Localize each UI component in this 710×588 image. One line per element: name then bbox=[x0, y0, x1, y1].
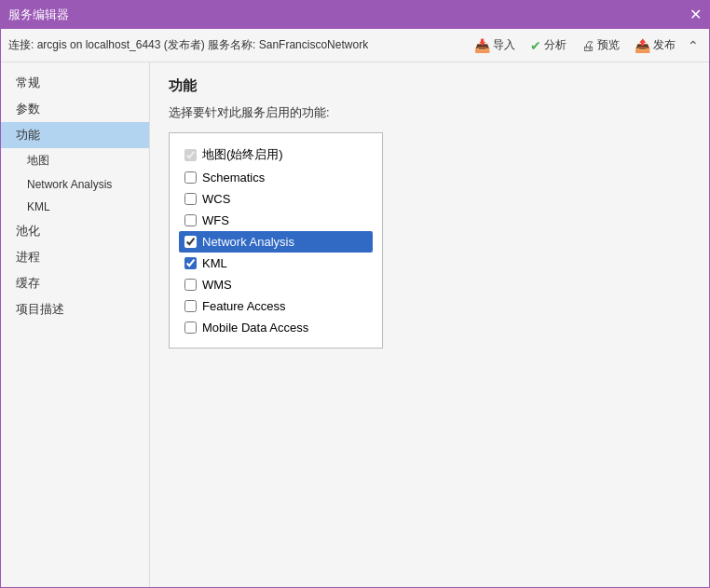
feature-item-map[interactable]: 地图(始终启用) bbox=[183, 143, 369, 167]
import-button[interactable]: 📥 导入 bbox=[469, 34, 521, 56]
feature-label-feature-access: Feature Access bbox=[202, 299, 286, 313]
feature-label-wfs: WFS bbox=[202, 213, 229, 227]
features-box: 地图(始终启用)SchematicsWCSWFSNetwork Analysis… bbox=[169, 132, 383, 349]
main-window: 服务编辑器 ✕ 连接: arcgis on localhost_6443 (发布… bbox=[0, 0, 710, 588]
preview-icon: 🖨 bbox=[581, 38, 594, 53]
feature-checkbox-map[interactable] bbox=[184, 149, 197, 161]
feature-label-map: 地图(始终启用) bbox=[202, 146, 283, 163]
publish-button[interactable]: 📤 发布 bbox=[629, 34, 681, 56]
publish-label: 发布 bbox=[653, 37, 676, 53]
expand-button[interactable]: ⌃ bbox=[685, 35, 702, 56]
sidebar-item-pooling[interactable]: 池化 bbox=[1, 218, 149, 244]
feature-item-wcs[interactable]: WCS bbox=[183, 188, 369, 210]
sidebar-item-project-desc[interactable]: 项目描述 bbox=[1, 296, 149, 322]
feature-label-schematics: Schematics bbox=[202, 171, 265, 185]
sidebar-item-general[interactable]: 常规 bbox=[1, 70, 149, 96]
feature-checkbox-feature-access[interactable] bbox=[184, 300, 197, 312]
sidebar-item-capability[interactable]: 功能 bbox=[1, 122, 149, 148]
window-title: 服务编辑器 bbox=[8, 7, 69, 23]
publish-icon: 📤 bbox=[635, 38, 650, 53]
feature-item-wms[interactable]: WMS bbox=[183, 274, 369, 295]
feature-label-wcs: WCS bbox=[202, 192, 230, 206]
analyze-button[interactable]: ✔ 分析 bbox=[525, 34, 572, 56]
feature-checkbox-network-analysis[interactable] bbox=[184, 236, 197, 248]
feature-label-network-analysis: Network Analysis bbox=[202, 235, 294, 249]
preview-label: 预览 bbox=[597, 37, 620, 53]
feature-checkbox-mobile-data-access[interactable] bbox=[184, 321, 197, 334]
toolbar: 连接: arcgis on localhost_6443 (发布者) 服务名称:… bbox=[1, 29, 709, 62]
feature-item-schematics[interactable]: Schematics bbox=[183, 167, 369, 188]
analyze-icon: ✔ bbox=[530, 38, 541, 53]
feature-checkbox-wms[interactable] bbox=[184, 279, 197, 291]
feature-item-wfs[interactable]: WFS bbox=[183, 210, 369, 231]
feature-label-wms: WMS bbox=[202, 278, 232, 292]
sidebar-item-map[interactable]: 地图 bbox=[1, 148, 149, 173]
sidebar-item-kml[interactable]: KML bbox=[1, 196, 149, 218]
sidebar: 常规参数功能地图Network AnalysisKML池化进程缓存项目描述 bbox=[1, 62, 150, 587]
content-area: 常规参数功能地图Network AnalysisKML池化进程缓存项目描述 功能… bbox=[1, 62, 709, 587]
feature-item-mobile-data-access[interactable]: Mobile Data Access bbox=[183, 317, 369, 338]
title-bar: 服务编辑器 ✕ bbox=[1, 1, 709, 29]
feature-item-feature-access[interactable]: Feature Access bbox=[183, 295, 369, 317]
connection-info: 连接: arcgis on localhost_6443 (发布者) 服务名称:… bbox=[8, 37, 368, 53]
feature-checkbox-schematics[interactable] bbox=[184, 171, 197, 184]
close-button[interactable]: ✕ bbox=[690, 7, 702, 22]
sidebar-item-network-analysis[interactable]: Network Analysis bbox=[1, 173, 149, 196]
main-area: 功能 选择要针对此服务启用的功能: 地图(始终启用)SchematicsWCSW… bbox=[150, 62, 709, 587]
sidebar-item-progress[interactable]: 进程 bbox=[1, 244, 149, 270]
analyze-label: 分析 bbox=[544, 37, 567, 53]
import-label: 导入 bbox=[493, 37, 515, 53]
main-description: 选择要针对此服务启用的功能: bbox=[169, 104, 690, 121]
feature-checkbox-wfs[interactable] bbox=[184, 214, 197, 226]
feature-checkbox-kml[interactable] bbox=[184, 257, 197, 269]
main-title: 功能 bbox=[169, 77, 690, 95]
feature-item-network-analysis[interactable]: Network Analysis bbox=[179, 231, 373, 253]
sidebar-item-params[interactable]: 参数 bbox=[1, 96, 149, 122]
feature-label-mobile-data-access: Mobile Data Access bbox=[202, 321, 308, 335]
feature-item-kml[interactable]: KML bbox=[183, 253, 369, 274]
sidebar-item-cache[interactable]: 缓存 bbox=[1, 270, 149, 296]
feature-checkbox-wcs[interactable] bbox=[184, 193, 197, 205]
preview-button[interactable]: 🖨 预览 bbox=[576, 34, 625, 56]
feature-label-kml: KML bbox=[202, 256, 227, 270]
import-icon: 📥 bbox=[474, 38, 490, 53]
